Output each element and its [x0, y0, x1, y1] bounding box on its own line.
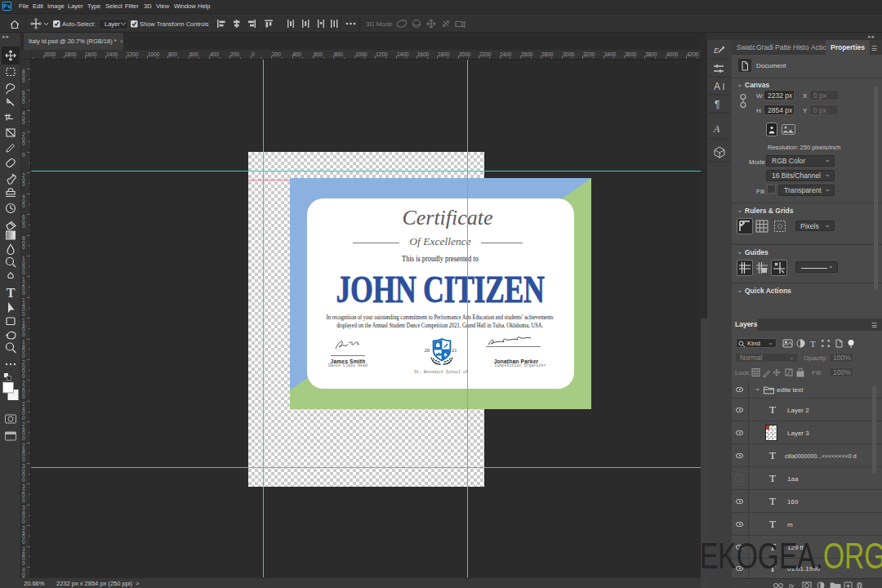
svg-text:T: T — [810, 339, 816, 349]
svg-text:E: E — [714, 47, 719, 55]
svg-text:T: T — [7, 286, 16, 300]
svg-text:fx: fx — [789, 582, 795, 588]
svg-text:A: A — [714, 81, 720, 92]
svg-text:A: A — [713, 123, 720, 135]
svg-text:3D Mode: 3D Mode — [366, 20, 393, 28]
svg-text:¶: ¶ — [715, 99, 719, 110]
